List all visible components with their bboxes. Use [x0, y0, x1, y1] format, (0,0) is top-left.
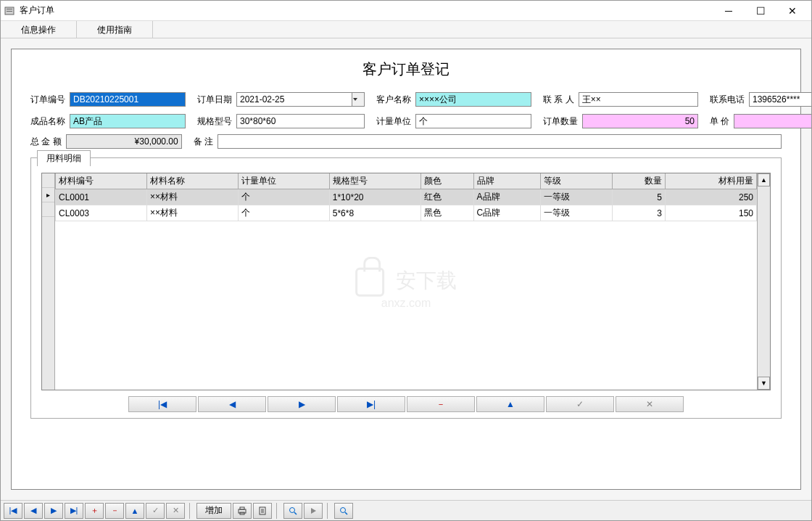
table-cell[interactable]: 红色	[420, 189, 473, 205]
label-contact: 联 系 人	[543, 94, 574, 106]
field-order-date: 订单日期	[197, 92, 365, 107]
input-unit[interactable]	[415, 114, 531, 128]
nav-prev-button[interactable]: ◀	[198, 396, 266, 412]
tb-up-button[interactable]: ▲	[125, 503, 144, 519]
col-header[interactable]: 计量单位	[238, 173, 329, 189]
tb-last-button[interactable]: ▶|	[65, 503, 83, 519]
field-phone: 联系电话	[710, 92, 811, 107]
minimize-button[interactable]: ─	[713, 1, 745, 20]
input-total	[66, 134, 182, 149]
input-customer[interactable]	[415, 92, 531, 107]
maximize-button[interactable]: ☐	[745, 1, 776, 20]
table-cell[interactable]: 3	[613, 205, 666, 221]
table-row[interactable]: CL0003××材料个5*6*8黑色C品牌一等级3150	[56, 205, 757, 221]
field-remark: 备 注	[194, 134, 782, 149]
input-product[interactable]	[70, 114, 186, 128]
col-header[interactable]: 规格型号	[329, 173, 420, 189]
nav-first-button[interactable]: |◀	[128, 396, 196, 412]
input-price[interactable]	[734, 114, 811, 128]
tb-confirm-button[interactable]: ✓	[146, 503, 165, 519]
nav-cancel-button[interactable]: ✕	[616, 396, 684, 412]
table-cell[interactable]: ××材料	[146, 189, 238, 205]
label-price: 单 价	[710, 115, 729, 128]
row-indicator-2[interactable]	[42, 202, 54, 217]
svg-point-9	[341, 507, 346, 512]
tb-add-button[interactable]: ＋	[85, 503, 104, 519]
tb-first-button[interactable]: |◀	[4, 503, 22, 519]
input-qty[interactable]	[582, 114, 698, 128]
scrollbar[interactable]: ▲ ▼	[757, 173, 770, 390]
materials-table[interactable]: 材料编号材料名称计量单位规格型号颜色品牌等级数量材料用量 CL0001××材料个…	[55, 173, 757, 221]
tb-add-text-button[interactable]: 增加	[196, 503, 231, 519]
svg-point-7	[290, 507, 295, 512]
tab-materials[interactable]: 用料明细	[37, 150, 91, 166]
table-cell[interactable]: 一等级	[540, 205, 612, 221]
nav-next-button[interactable]: ▶	[268, 396, 336, 412]
table-cell[interactable]: 黑色	[420, 205, 473, 221]
field-unit: 计量单位	[376, 114, 531, 128]
table-cell[interactable]: C品牌	[473, 205, 540, 221]
tb-export-button[interactable]	[253, 503, 272, 519]
input-order-date[interactable]	[236, 92, 352, 107]
table-cell[interactable]: ××材料	[146, 205, 238, 221]
tb-cancel-button[interactable]: ✕	[166, 503, 185, 519]
nav-up-button[interactable]: ▲	[476, 396, 544, 412]
col-header[interactable]: 品牌	[473, 173, 540, 189]
page-title: 客户订单登记	[30, 60, 782, 79]
window-controls: ─ ☐ ✕	[713, 1, 808, 20]
menu-info-ops[interactable]: 信息操作	[1, 21, 77, 38]
menu-user-guide[interactable]: 使用指南	[77, 21, 153, 38]
field-contact: 联 系 人	[543, 92, 698, 107]
row-indicator-1[interactable]: ▸	[42, 188, 54, 202]
input-order-no[interactable]	[70, 92, 186, 107]
input-remark[interactable]	[218, 134, 782, 149]
tb-run-button[interactable]	[304, 503, 323, 519]
col-header[interactable]: 材料用量	[665, 173, 756, 189]
col-header[interactable]: 数量	[613, 173, 666, 189]
label-order-date: 订单日期	[197, 94, 232, 106]
tb-search-button[interactable]	[283, 503, 302, 519]
scroll-up-icon[interactable]: ▲	[758, 173, 770, 186]
col-header[interactable]: 等级	[540, 173, 612, 189]
grid-navigator: |◀ ◀ ▶ ▶| － ▲ ✓ ✕	[41, 396, 771, 412]
table-cell[interactable]: 250	[665, 189, 756, 205]
tb-next-button[interactable]: ▶	[44, 503, 63, 519]
tb-prev-button[interactable]: ◀	[24, 503, 43, 519]
table-cell[interactable]: 5*6*8	[329, 205, 420, 221]
table-cell[interactable]: 一等级	[540, 189, 612, 205]
table-row[interactable]: CL0001××材料个1*10*20红色A品牌一等级5250	[56, 189, 757, 205]
nav-last-button[interactable]: ▶|	[337, 396, 405, 412]
table-cell[interactable]: CL0003	[56, 205, 147, 221]
date-dropdown-button[interactable]	[352, 92, 365, 107]
table-cell[interactable]: 个	[238, 189, 329, 205]
document-icon	[257, 506, 268, 516]
table-cell[interactable]: CL0001	[56, 189, 147, 205]
tb-find-button[interactable]	[334, 503, 353, 519]
input-phone[interactable]	[749, 92, 811, 107]
col-header[interactable]: 颜色	[420, 173, 473, 189]
nav-delete-button[interactable]: －	[407, 396, 475, 412]
close-button[interactable]: ✕	[776, 1, 808, 20]
play-icon	[308, 506, 318, 516]
label-product: 成品名称	[30, 115, 65, 128]
table-cell[interactable]: 5	[613, 189, 666, 205]
scroll-down-icon[interactable]: ▼	[758, 377, 770, 390]
magnifier-icon	[339, 506, 349, 516]
col-header[interactable]: 材料编号	[56, 173, 147, 189]
nav-confirm-button[interactable]: ✓	[546, 396, 614, 412]
printer-icon	[237, 506, 247, 516]
tb-remove-button[interactable]: －	[105, 503, 124, 519]
label-order-no: 订单编号	[30, 94, 65, 106]
tb-print-button[interactable]	[233, 503, 252, 519]
table-cell[interactable]: A品牌	[473, 189, 540, 205]
table-cell[interactable]: 个	[238, 205, 329, 221]
input-spec[interactable]	[236, 114, 365, 128]
table-cell[interactable]: 150	[665, 205, 756, 221]
col-header[interactable]: 材料名称	[146, 173, 238, 189]
search-icon	[288, 506, 298, 516]
input-contact[interactable]	[579, 92, 698, 107]
separator	[327, 503, 331, 519]
table-cell[interactable]: 1*10*20	[329, 189, 420, 205]
field-total: 总 金 额	[30, 134, 182, 149]
svg-line-10	[345, 512, 347, 514]
